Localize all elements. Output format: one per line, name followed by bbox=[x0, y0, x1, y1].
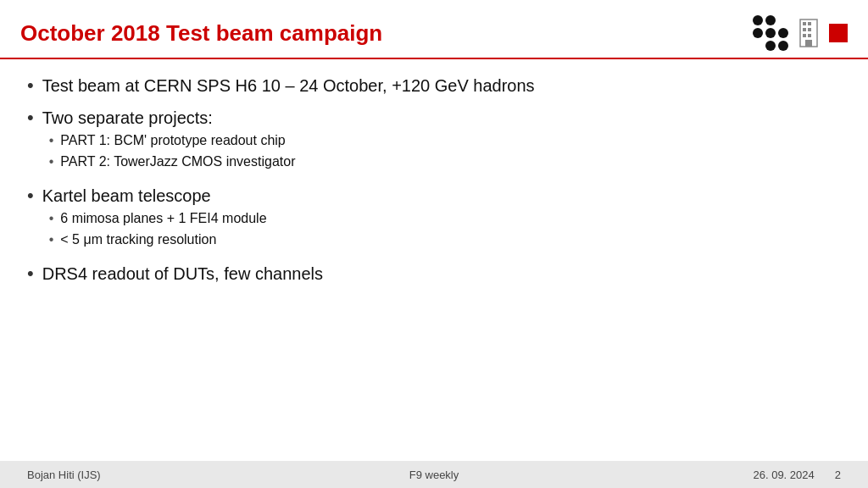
bullet1-text: Test beam at CERN SPS H6 10 – 24 October… bbox=[42, 75, 841, 97]
list-item-3-2: < 5 μm tracking resolution bbox=[49, 231, 841, 249]
bullet3-content: Kartel beam telescope 6 mimosa planes + … bbox=[42, 185, 841, 252]
dot-1 bbox=[753, 15, 763, 25]
bullet3-sub1: 6 mimosa planes + 1 FEI4 module bbox=[60, 210, 841, 228]
footer-author: Bojan Hiti (IJS) bbox=[27, 469, 101, 481]
dot-2 bbox=[765, 15, 776, 25]
svg-rect-4 bbox=[808, 28, 811, 31]
bullet2-sub2: PART 2: TowerJazz CMOS investigator bbox=[60, 153, 841, 171]
bullet3-sub2: < 5 μm tracking resolution bbox=[60, 231, 841, 249]
bullet3-main: Kartel beam telescope bbox=[42, 186, 211, 205]
list-item-3-1: 6 mimosa planes + 1 FEI4 module bbox=[49, 210, 841, 228]
svg-rect-1 bbox=[803, 22, 806, 25]
list-item-3: Kartel beam telescope 6 mimosa planes + … bbox=[27, 185, 841, 252]
bullet3-sub-list: 6 mimosa planes + 1 FEI4 module < 5 μm t… bbox=[49, 210, 841, 249]
svg-rect-5 bbox=[803, 34, 806, 37]
dot-4 bbox=[753, 28, 763, 38]
footer-event: F9 weekly bbox=[409, 469, 459, 481]
logo-dots bbox=[753, 15, 788, 51]
footer: Bojan Hiti (IJS) F9 weekly 26. 09. 2024 … bbox=[0, 461, 868, 488]
header: October 2018 Test beam campaign bbox=[0, 0, 868, 59]
building-icon bbox=[797, 18, 821, 48]
red-square-logo bbox=[829, 24, 848, 42]
main-bullet-list: Test beam at CERN SPS H6 10 – 24 October… bbox=[27, 75, 841, 285]
dot-5 bbox=[765, 28, 776, 38]
slide: October 2018 Test beam campaign bbox=[0, 0, 868, 488]
dot-7 bbox=[753, 41, 763, 51]
svg-rect-2 bbox=[808, 22, 811, 25]
slide-title: October 2018 Test beam campaign bbox=[20, 20, 382, 47]
dot-8 bbox=[765, 41, 776, 51]
bullet2-content: Two separate projects: PART 1: BCM' prot… bbox=[42, 107, 841, 175]
list-item-4: DRS4 readout of DUTs, few channels bbox=[27, 263, 841, 285]
bullet2-sub-list: PART 1: BCM' prototype readout chip PART… bbox=[49, 132, 841, 171]
dot-3 bbox=[778, 15, 788, 25]
svg-rect-6 bbox=[808, 34, 811, 37]
footer-date: 26. 09. 2024 bbox=[753, 469, 814, 481]
list-item-2-1: PART 1: BCM' prototype readout chip bbox=[49, 132, 841, 150]
list-item-1: Test beam at CERN SPS H6 10 – 24 October… bbox=[27, 75, 841, 97]
bullet2-main: Two separate projects: bbox=[42, 108, 213, 127]
bullet2-sub1: PART 1: BCM' prototype readout chip bbox=[60, 132, 841, 150]
dot-6 bbox=[778, 28, 788, 38]
footer-right: 26. 09. 2024 2 bbox=[753, 469, 841, 481]
dot-9 bbox=[778, 41, 788, 51]
logo-area bbox=[753, 15, 848, 51]
content-area: Test beam at CERN SPS H6 10 – 24 October… bbox=[0, 59, 868, 303]
footer-page: 2 bbox=[835, 469, 841, 481]
bullet4-text: DRS4 readout of DUTs, few channels bbox=[42, 263, 841, 285]
list-item-2-2: PART 2: TowerJazz CMOS investigator bbox=[49, 153, 841, 171]
svg-rect-3 bbox=[803, 28, 806, 31]
list-item-2: Two separate projects: PART 1: BCM' prot… bbox=[27, 107, 841, 175]
svg-rect-7 bbox=[805, 40, 812, 47]
